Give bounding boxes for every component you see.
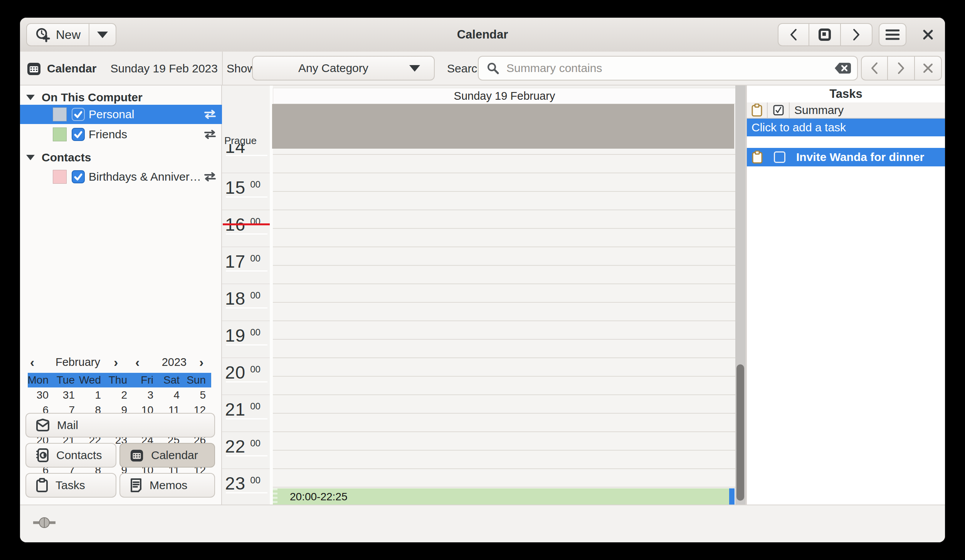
month-label: February [43, 356, 113, 369]
menu-button[interactable] [879, 23, 906, 46]
grid-half-hour-line [273, 228, 735, 229]
task-checkbox[interactable] [774, 151, 785, 163]
calendar-item-label: Friends [89, 128, 127, 141]
grid-half-hour-line [273, 320, 735, 321]
expander-icon[interactable] [26, 155, 35, 160]
sidebar-item-friends[interactable]: Friends [20, 125, 222, 144]
add-task-placeholder: Click to add a task [751, 121, 846, 134]
close-window-button[interactable] [916, 23, 940, 46]
summary-header-label: Summary [794, 104, 844, 117]
task-title: Invite Wanda for dinner [796, 151, 924, 164]
mini-calendar-day-name: Thu [106, 373, 133, 387]
time-column-hour-line [222, 173, 270, 173]
tasks-header-row: Summary [747, 102, 945, 119]
grid-half-hour-line [273, 394, 735, 395]
search-input[interactable]: Summary contains [478, 56, 858, 80]
sync-icon [203, 129, 217, 139]
clipboard-icon [751, 104, 762, 117]
tasks-summary-column-header[interactable]: Summary [790, 102, 945, 118]
day-view-grid[interactable]: 20:00-22:25 Dinner with Wanda [273, 149, 735, 505]
switcher-label: Contacts [56, 449, 102, 462]
hour-label: 1900 [225, 325, 270, 344]
toolbar-divider [222, 52, 223, 85]
chevron-down-icon [409, 65, 420, 72]
all-day-section[interactable] [272, 104, 734, 149]
grid-half-hour-line [273, 450, 735, 451]
mini-calendar-day-name: Sun [185, 373, 211, 387]
clear-search-icon[interactable] [834, 62, 852, 74]
grid-half-hour-line [273, 357, 735, 358]
previous-button[interactable] [778, 23, 809, 46]
today-button[interactable] [809, 23, 841, 46]
tasks-complete-column-header[interactable] [768, 102, 790, 118]
sidebar-section-contacts[interactable]: Contacts [20, 148, 222, 167]
category-dropdown[interactable]: Any Category [252, 56, 435, 80]
event-time: 20:00-22:25 [290, 491, 347, 503]
grid-half-hour-line [273, 376, 735, 377]
personal-checkbox[interactable] [72, 108, 85, 121]
mini-calendar-day-name: Mon [28, 373, 54, 387]
switcher-contacts-button[interactable]: Contacts [25, 443, 116, 468]
next-button[interactable] [841, 23, 873, 46]
mini-calendar-day-cell[interactable]: 31 [54, 387, 80, 402]
next-month-button[interactable]: › [114, 355, 118, 370]
time-column-hour-line [222, 320, 270, 321]
mini-calendar-day-cell[interactable]: 3 [133, 387, 159, 402]
header-bar: New Calendar [20, 18, 945, 52]
close-icon [922, 29, 934, 41]
sidebar-item-personal[interactable]: Personal [20, 105, 222, 124]
search-close-button[interactable] [915, 56, 942, 80]
time-column-hour-line [222, 357, 270, 358]
sync-icon [203, 172, 217, 182]
hour-label: 2300 [225, 473, 270, 491]
switcher-mail-button[interactable]: Mail [25, 413, 215, 438]
mini-calendar-day-cell[interactable]: 4 [159, 387, 185, 402]
sidebar-item-birthdays[interactable]: Birthdays & Anniver… [20, 167, 222, 186]
prev-month-button[interactable]: ‹ [30, 355, 34, 370]
mini-calendar-day-name: Sat [159, 373, 185, 387]
next-year-button[interactable]: › [199, 355, 203, 370]
time-column-hour-line [222, 246, 270, 247]
search-previous-button[interactable] [861, 56, 888, 80]
address-book-icon [35, 448, 49, 463]
hour-label: 1700 [225, 251, 270, 270]
mini-calendar-day-cell[interactable]: 5 [185, 387, 211, 402]
vertical-scrollbar[interactable] [735, 86, 745, 505]
mini-calendar-day-cell[interactable]: 1 [80, 387, 106, 402]
mini-calendar-day-cell[interactable]: 30 [28, 387, 54, 402]
task-row-invite-wanda[interactable]: Invite Wanda for dinner [747, 148, 945, 166]
switcher-tasks-button[interactable]: Tasks [25, 473, 116, 498]
mini-calendar-day-name: Fri [133, 373, 159, 387]
birthdays-checkbox[interactable] [72, 170, 85, 183]
add-task-row[interactable]: Click to add a task [747, 119, 945, 136]
pane-resize-handle-icon[interactable] [32, 517, 56, 528]
grid-half-hour-line [273, 210, 735, 210]
clipboard-icon [752, 151, 763, 164]
mail-icon [35, 419, 50, 432]
checkbox-icon [773, 104, 784, 116]
prev-year-button[interactable]: ‹ [135, 355, 140, 370]
search-next-button[interactable] [888, 56, 915, 80]
friends-checkbox[interactable] [72, 128, 85, 141]
hour-underline [226, 155, 267, 156]
mini-calendar-day-cell[interactable]: 2 [106, 387, 133, 402]
switcher-memos-button[interactable]: Memos [119, 473, 215, 498]
grid-half-hour-line [273, 154, 735, 155]
switcher-calendar-button[interactable]: Calendar [119, 443, 215, 468]
hour-underline [226, 344, 267, 345]
hour-label: 1500 [225, 177, 270, 196]
sidebar-section-on-this-computer[interactable]: On This Computer [20, 88, 222, 107]
sync-icon [203, 109, 217, 119]
time-column-hour-line [222, 431, 270, 432]
year-label: 2023 [147, 356, 201, 369]
mini-calendar-day-name: Tue [54, 373, 80, 387]
grid-half-hour-line [273, 339, 735, 340]
grid-half-hour-line [273, 487, 735, 488]
hour-underline [226, 270, 267, 272]
scrollbar-thumb[interactable] [736, 364, 744, 501]
hour-underline [226, 381, 267, 382]
expander-icon[interactable] [26, 95, 35, 100]
grid-half-hour-line [273, 413, 735, 414]
switcher-label: Tasks [55, 479, 85, 492]
tasks-type-column-header[interactable] [747, 102, 768, 118]
